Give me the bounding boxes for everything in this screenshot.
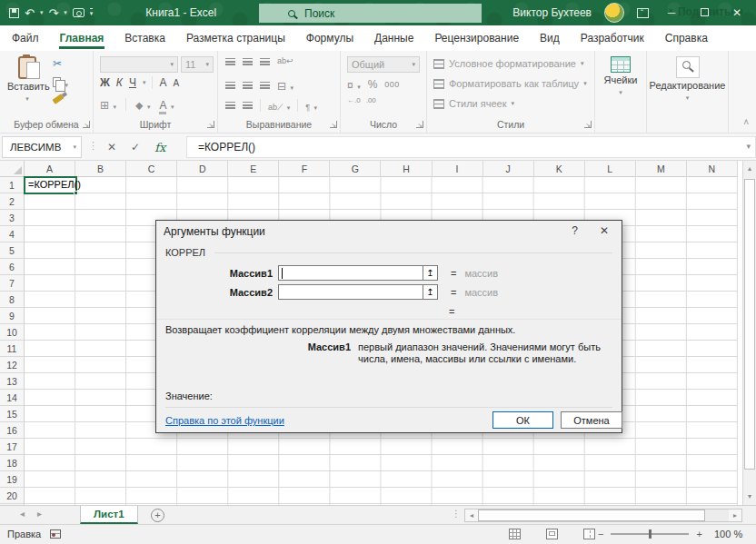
font-color-button[interactable]: А ▾ <box>159 96 174 113</box>
paste-dropdown-icon[interactable]: ▾ <box>25 95 29 102</box>
row-header[interactable]: 10 <box>0 324 24 341</box>
ribbon-tab[interactable]: Вставка <box>124 28 166 48</box>
underline-button[interactable]: Ч <box>129 76 136 89</box>
name-box[interactable]: ЛЕВСИМВ ▾ <box>2 136 82 158</box>
search-box[interactable]: Поиск <box>259 4 482 23</box>
borders-button[interactable]: ⊞ ▾ <box>100 96 116 113</box>
row-header[interactable]: 2 <box>0 193 24 210</box>
cancel-button[interactable]: Отмена <box>561 411 622 429</box>
formula-input[interactable]: =КОРРЕЛ() <box>186 136 756 158</box>
format-painter-icon[interactable] <box>52 94 64 104</box>
fill-handle[interactable] <box>74 191 78 195</box>
undo-icon[interactable]: ↶ <box>25 7 35 19</box>
ribbon-tab[interactable]: Формулы <box>305 28 354 48</box>
dialog-help-icon[interactable]: ? <box>572 224 578 237</box>
zoom-in-icon[interactable]: + <box>696 529 701 539</box>
column-header[interactable]: M <box>636 161 687 177</box>
column-header[interactable]: J <box>483 161 534 177</box>
array1-input[interactable] <box>278 265 423 281</box>
align-right-icon[interactable] <box>260 82 270 89</box>
collapse-ribbon-icon[interactable]: ˄ <box>743 117 749 127</box>
ribbon-tab[interactable]: Вид <box>539 28 561 48</box>
number-format-select[interactable]: Общий▾ <box>347 56 420 73</box>
editing-button[interactable]: Редактирование ▾ <box>647 56 728 102</box>
zoom-out-icon[interactable]: − <box>598 529 603 539</box>
redo-icon[interactable]: ↷ <box>48 7 58 19</box>
undo-dropdown-icon[interactable]: ▾ <box>40 9 44 16</box>
row-header[interactable]: 4 <box>0 226 24 242</box>
text-direction-button[interactable]: ¶ ▾ <box>305 97 317 114</box>
redo-dropdown-icon[interactable]: ▾ <box>64 9 67 16</box>
font-dialog-launcher-icon[interactable] <box>207 121 214 128</box>
insert-function-icon[interactable]: fx <box>154 141 165 154</box>
increase-font-button[interactable]: А <box>159 76 166 89</box>
format-as-table-button[interactable]: Форматировать как таблицу▾ <box>433 78 587 89</box>
italic-button[interactable]: К <box>116 76 123 89</box>
copy-button[interactable]: ▾ <box>53 74 68 91</box>
row-header[interactable]: 1 <box>0 177 24 193</box>
vertical-scrollbar[interactable]: ▴ ▾ <box>742 161 756 505</box>
scroll-down-icon[interactable]: ▾ <box>743 490 756 504</box>
row-header[interactable]: 8 <box>0 292 24 308</box>
macro-record-icon[interactable] <box>50 529 61 539</box>
column-header[interactable]: N <box>687 161 738 177</box>
merge-center-button[interactable]: ⊟ ▾ <box>277 77 293 94</box>
row-header[interactable]: 15 <box>0 406 24 422</box>
align-center-icon[interactable] <box>243 82 253 89</box>
column-header[interactable]: A <box>25 161 75 177</box>
ribbon-tab[interactable]: Файл <box>11 28 40 48</box>
ribbon-tab[interactable]: Главная <box>59 28 105 48</box>
row-header[interactable]: 20 <box>0 488 24 504</box>
ribbon-display-options-icon[interactable] <box>637 8 649 18</box>
camera-icon[interactable] <box>73 8 85 17</box>
minimize-button[interactable]: ─ <box>662 6 681 19</box>
row-header[interactable]: 9 <box>0 308 24 324</box>
save-icon[interactable] <box>9 8 19 18</box>
wrap-text-icon[interactable]: ab↩ <box>277 57 293 65</box>
row-header[interactable]: 16 <box>0 422 24 439</box>
conditional-formatting-button[interactable]: Условное форматирование▾ <box>433 58 583 69</box>
styles-dialog-launcher-icon[interactable] <box>584 121 592 128</box>
row-header[interactable]: 17 <box>0 439 24 455</box>
previous-sheet-icon[interactable]: ◂ <box>20 509 25 519</box>
scroll-left-icon[interactable]: ◂ <box>465 509 478 521</box>
decrease-decimal-icon[interactable]: .00 <box>366 96 376 104</box>
cell-styles-button[interactable]: Стили ячеек▾ <box>433 98 514 109</box>
expand-formula-bar-icon[interactable]: ▾ <box>746 142 751 151</box>
row-header[interactable]: 14 <box>0 390 24 406</box>
row-header[interactable]: 13 <box>0 373 24 390</box>
orientation-button[interactable]: ab⟋ ▾ <box>268 97 290 114</box>
font-size-select[interactable]: 11▾ <box>181 56 214 73</box>
align-middle-icon[interactable] <box>243 58 253 65</box>
ok-button[interactable]: ОК <box>492 411 553 429</box>
close-button[interactable]: ✕ <box>727 6 747 19</box>
name-box-dropdown-icon[interactable]: ▾ <box>73 143 76 151</box>
row-header[interactable]: 12 <box>0 357 24 373</box>
bold-button[interactable]: Ж <box>100 76 110 89</box>
normal-view-icon[interactable] <box>509 529 521 539</box>
zoom-slider[interactable] <box>611 533 689 535</box>
scroll-right-icon[interactable]: ▸ <box>729 509 741 521</box>
cut-icon[interactable]: ✂ <box>53 58 62 69</box>
row-header[interactable]: 18 <box>0 455 24 471</box>
column-header[interactable]: E <box>228 161 279 177</box>
sheet-tab-list1[interactable]: Лист1 <box>80 506 138 524</box>
dialog-title-bar[interactable]: Аргументы функции <box>156 221 622 242</box>
row-header[interactable]: 19 <box>0 471 24 488</box>
next-sheet-icon[interactable]: ▸ <box>37 509 42 519</box>
row-header[interactable]: 3 <box>0 210 24 226</box>
row-header[interactable]: 6 <box>0 259 24 275</box>
alignment-dialog-launcher-icon[interactable] <box>330 121 337 128</box>
vertical-scroll-thumb[interactable] <box>744 179 755 470</box>
avatar[interactable] <box>604 3 624 23</box>
maximize-button[interactable] <box>694 6 714 19</box>
ribbon-tab[interactable]: Данные <box>373 28 414 48</box>
array2-collapse-button[interactable]: ↥ <box>423 284 438 300</box>
array1-collapse-button[interactable]: ↥ <box>423 265 438 281</box>
cells-button[interactable]: Ячейки ▾ <box>595 56 646 96</box>
column-header[interactable]: I <box>433 161 483 177</box>
align-top-icon[interactable] <box>225 58 235 65</box>
row-header[interactable]: 7 <box>0 275 24 292</box>
clipboard-dialog-launcher-icon[interactable] <box>83 121 90 128</box>
column-header[interactable]: C <box>126 161 177 177</box>
